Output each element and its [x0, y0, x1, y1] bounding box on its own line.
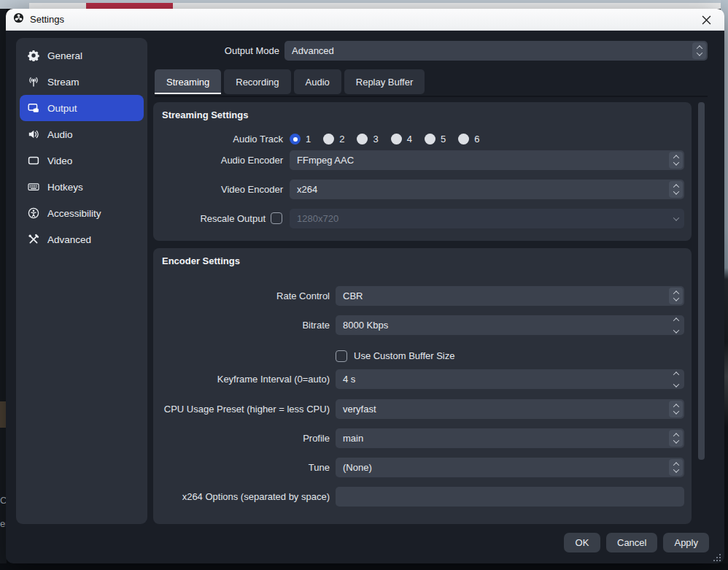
audio-encoder-row: Audio Encoder FFmpeg AAC	[153, 150, 692, 170]
radio-icon	[425, 134, 435, 145]
use-custom-buffer-checkbox[interactable]	[336, 350, 347, 362]
rate-control-select[interactable]: CBR	[336, 286, 684, 306]
profile-row: Profile main	[153, 428, 692, 448]
tab-streaming[interactable]: Streaming	[155, 69, 221, 94]
sidebar-item-label: Advanced	[47, 234, 91, 245]
tab-pane-divider	[155, 96, 708, 97]
keyframe-interval-spinbox[interactable]: 4 s	[336, 369, 684, 389]
cpu-preset-row: CPU Usage Preset (higher = less CPU) ver…	[153, 399, 692, 419]
sidebar-item-hotkeys[interactable]: Hotkeys	[20, 174, 144, 200]
broadcast-icon	[28, 76, 39, 88]
dialog-footer: OK Cancel Apply	[564, 533, 709, 552]
section-title: Encoder Settings	[162, 255, 240, 266]
spinner-icon[interactable]	[692, 42, 706, 59]
spinner-icon[interactable]	[669, 181, 683, 198]
sidebar-item-accessibility[interactable]: Accessibility	[20, 200, 144, 226]
audio-encoder-select[interactable]: FFmpeg AAC	[290, 150, 684, 170]
audio-track-radio-3[interactable]: 3	[357, 134, 378, 145]
ok-button[interactable]: OK	[564, 533, 600, 552]
x264-options-input[interactable]	[336, 487, 684, 507]
radio-icon	[290, 134, 301, 145]
encoder-settings-panel: Encoder Settings Rate Control CBR Bitrat…	[153, 248, 692, 524]
rate-control-label: Rate Control	[153, 286, 330, 306]
tab-audio[interactable]: Audio	[294, 69, 341, 94]
tune-row: Tune (None)	[153, 458, 692, 477]
audio-track-radio-2[interactable]: 2	[323, 134, 344, 145]
video-encoder-row: Video Encoder x264	[153, 180, 692, 199]
spinner-icon[interactable]	[669, 401, 683, 417]
audio-track-radio-group: 1 2 3 4 5 6	[290, 129, 684, 149]
spinner-icon[interactable]	[669, 430, 683, 447]
radio-icon	[357, 134, 368, 145]
spinner-icon[interactable]	[669, 152, 683, 169]
chevron-down-icon	[669, 210, 683, 227]
gear-icon	[28, 50, 39, 61]
resize-grip[interactable]	[711, 552, 721, 561]
sidebar-item-output[interactable]: Output	[20, 95, 144, 121]
tab-recording[interactable]: Recording	[224, 69, 290, 94]
rescale-resolution-combo[interactable]: 1280x720	[290, 209, 684, 228]
output-mode-value: Advanced	[292, 45, 334, 56]
cancel-button[interactable]: Cancel	[606, 533, 657, 552]
speaker-icon	[28, 128, 39, 140]
screen: Ca er Settings General Stream	[0, 0, 728, 570]
spinner-icon[interactable]	[669, 371, 683, 388]
audio-track-radio-4[interactable]: 4	[391, 134, 412, 145]
spinner-icon[interactable]	[669, 459, 683, 476]
audio-track-radio-1[interactable]: 1	[290, 134, 311, 145]
profile-select[interactable]: main	[336, 428, 684, 448]
audio-encoder-label: Audio Encoder	[153, 150, 283, 170]
dialog-titlebar[interactable]: Settings	[6, 9, 724, 31]
output-tabs: Streaming Recording Audio Replay Buffer	[155, 69, 425, 94]
tune-select[interactable]: (None)	[336, 458, 684, 477]
sidebar-item-stream[interactable]: Stream	[20, 69, 144, 95]
keyframe-interval-label: Keyframe Interval (0=auto)	[153, 369, 330, 389]
audio-track-label: Audio Track	[153, 129, 283, 149]
bitrate-row: Bitrate 8000 Kbps	[153, 315, 692, 335]
section-title: Streaming Settings	[162, 109, 248, 120]
video-encoder-select[interactable]: x264	[290, 180, 684, 199]
audio-track-radio-6[interactable]: 6	[458, 134, 479, 145]
rate-control-row: Rate Control CBR	[153, 286, 692, 306]
tab-replay-buffer[interactable]: Replay Buffer	[344, 69, 425, 94]
sidebar-item-advanced[interactable]: Advanced	[20, 226, 144, 253]
sidebar-item-label: Stream	[47, 77, 80, 88]
sidebar-item-video[interactable]: Video	[20, 147, 144, 174]
spinner-icon[interactable]	[669, 288, 683, 304]
sidebar-item-label: Accessibility	[47, 208, 101, 219]
rescale-output-label: Rescale Output	[153, 209, 266, 228]
x264-options-label: x264 Options (separated by space)	[153, 487, 330, 507]
obs-logo-icon	[13, 12, 24, 26]
output-mode-select[interactable]: Advanced	[284, 41, 708, 61]
rescale-output-checkbox[interactable]	[271, 212, 282, 224]
background-red-bar	[86, 3, 173, 9]
accessibility-icon	[28, 207, 39, 219]
sidebar-item-audio[interactable]: Audio	[20, 121, 144, 147]
settings-sidebar: General Stream Output Audio Video	[16, 38, 147, 524]
apply-button[interactable]: Apply	[663, 533, 709, 552]
settings-dialog: Settings General Stream Output	[6, 9, 724, 563]
radio-icon	[323, 134, 334, 145]
spinner-icon[interactable]	[669, 317, 683, 334]
sidebar-item-label: Video	[47, 155, 72, 166]
sidebar-item-label: General	[47, 50, 82, 61]
output-icon	[28, 102, 39, 114]
sidebar-item-general[interactable]: General	[20, 42, 144, 69]
use-custom-buffer-label: Use Custom Buffer Size	[354, 350, 454, 361]
cpu-preset-select[interactable]: veryfast	[336, 399, 684, 419]
audio-track-radio-5[interactable]: 5	[425, 134, 446, 145]
x264-options-row: x264 Options (separated by space)	[153, 487, 692, 507]
bitrate-spinbox[interactable]: 8000 Kbps	[336, 315, 684, 335]
custom-buffer-row: Use Custom Buffer Size	[153, 346, 692, 366]
tools-icon	[28, 234, 39, 245]
vertical-scrollbar[interactable]	[698, 102, 705, 460]
tune-label: Tune	[153, 458, 330, 477]
sidebar-item-label: Audio	[47, 129, 73, 140]
bitrate-label: Bitrate	[153, 315, 330, 335]
output-mode-label: Output Mode	[155, 41, 279, 61]
monitor-icon	[28, 155, 39, 166]
close-icon[interactable]	[697, 9, 716, 31]
dialog-body: General Stream Output Audio Video	[6, 31, 724, 563]
keyframe-interval-row: Keyframe Interval (0=auto) 4 s	[153, 369, 692, 389]
profile-label: Profile	[153, 428, 330, 448]
